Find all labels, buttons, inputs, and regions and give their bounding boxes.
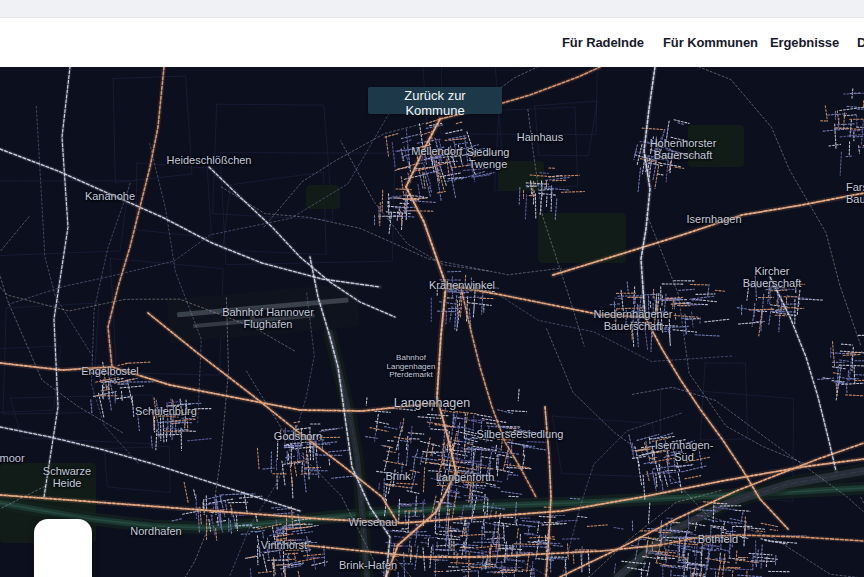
page: Für Radelnde Für Kommunen Ergebnisse Die…: [0, 0, 864, 577]
legend-panel[interactable]: [34, 519, 92, 577]
road-network-svg: [0, 67, 864, 577]
nav-item-fuer-kommunen[interactable]: Für Kommunen: [663, 18, 758, 67]
top-strip: [0, 0, 864, 18]
main-nav: Für Radelnde Für Kommunen Ergebnisse Die…: [0, 18, 864, 67]
nav-item-ergebnisse[interactable]: Ergebnisse: [770, 18, 839, 67]
nav-item-die-kampagne[interactable]: Die Kampagne: [857, 18, 864, 67]
back-to-commune-button[interactable]: Zurück zur Kommune: [368, 87, 502, 114]
nav-item-fuer-radelnde[interactable]: Für Radelnde: [562, 18, 644, 67]
heatmap-canvas[interactable]: Zurück zur Kommune Heideschlößchen Kanan…: [0, 67, 864, 577]
